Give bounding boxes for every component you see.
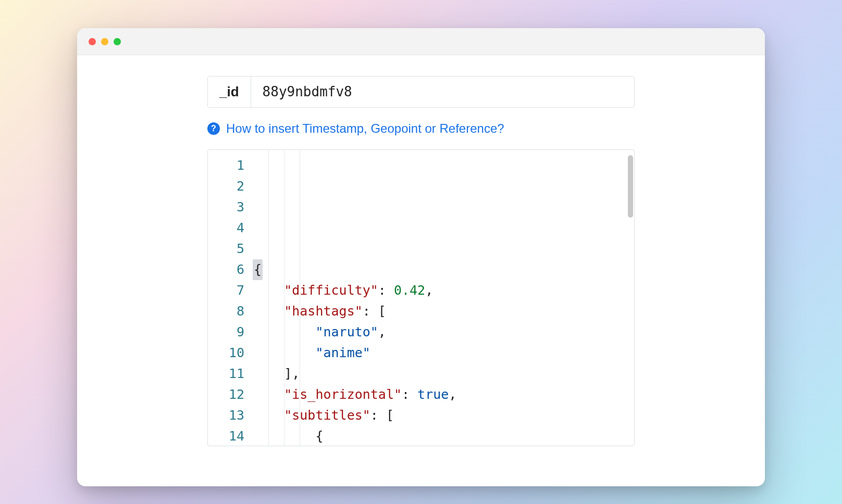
window-close-button[interactable]: [89, 38, 96, 45]
line-number: 7: [208, 280, 244, 301]
json-editor[interactable]: 1234567891011121314 { "difficulty": 0.42…: [207, 149, 635, 446]
line-number: 5: [208, 238, 244, 259]
code-line: "hashtags": [: [253, 301, 598, 322]
line-number: 8: [208, 301, 244, 322]
titlebar: [77, 28, 765, 55]
line-number: 12: [208, 384, 244, 405]
code-line: "naruto",: [253, 322, 598, 343]
code-line: {: [253, 426, 598, 446]
line-number: 10: [208, 343, 244, 363]
id-field-label: _id: [208, 77, 251, 107]
id-field-row: _id 88y9nbdmfv8: [207, 76, 635, 108]
line-number-gutter: 1234567891011121314: [208, 150, 253, 446]
line-number: 9: [208, 322, 244, 343]
code-line: "difficulty": 0.42,: [253, 280, 598, 301]
line-number: 14: [208, 426, 244, 446]
code-line: {: [253, 259, 598, 280]
code-area[interactable]: { "difficulty": 0.42, "hashtags": [ "nar…: [253, 150, 598, 446]
line-number: 3: [208, 197, 244, 218]
code-line: "anime": [253, 343, 598, 363]
line-number: 11: [208, 363, 244, 384]
line-number: 1: [208, 155, 244, 176]
window-minimize-button[interactable]: [101, 38, 108, 45]
editor-scrollbar[interactable]: [628, 155, 633, 218]
content-area: _id 88y9nbdmfv8 ? How to insert Timestam…: [77, 55, 765, 486]
line-number: 4: [208, 218, 244, 238]
app-window: _id 88y9nbdmfv8 ? How to insert Timestam…: [77, 28, 765, 486]
line-number: 2: [208, 176, 244, 197]
help-link-text: How to insert Timestamp, Geopoint or Ref…: [226, 121, 504, 136]
help-link[interactable]: ? How to insert Timestamp, Geopoint or R…: [207, 121, 635, 136]
code-line: "is_horizontal": true,: [253, 384, 598, 405]
code-line: "subtitles": [: [253, 405, 598, 426]
document-panel: _id 88y9nbdmfv8 ? How to insert Timestam…: [207, 76, 635, 486]
line-number: 6: [208, 259, 244, 280]
line-number: 13: [208, 405, 244, 426]
question-circle-icon: ?: [207, 122, 220, 135]
window-zoom-button[interactable]: [114, 38, 121, 45]
code-line: ],: [253, 363, 598, 384]
id-field-input[interactable]: 88y9nbdmfv8: [251, 77, 634, 107]
